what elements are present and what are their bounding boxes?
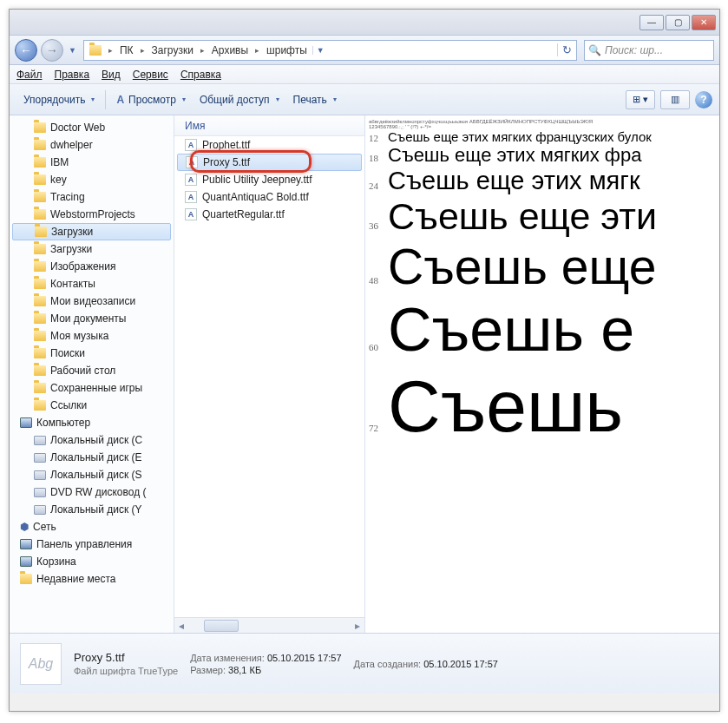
column-header-name[interactable]: Имя [174, 115, 364, 136]
tree-item-label: Сеть [33, 521, 56, 533]
tree-item[interactable]: Локальный диск (Y [10, 501, 174, 518]
close-button[interactable]: ✕ [692, 15, 716, 30]
tree-item-label: Локальный диск (Y [50, 503, 142, 516]
breadcrumb-seg[interactable]: шрифты [261, 41, 312, 60]
breadcrumb-seg[interactable]: Архивы [207, 41, 253, 60]
scroll-thumb[interactable] [204, 620, 239, 632]
horizontal-scrollbar[interactable]: ◂ ▸ [174, 617, 364, 633]
chevron-down-icon: ▾ [333, 95, 337, 103]
tree-item[interactable]: DVD RW дисковод ( [10, 483, 174, 501]
file-name: Public Utility Jeepney.ttf [202, 174, 312, 186]
tree-item[interactable]: Рабочий стол [10, 362, 174, 379]
organize-button[interactable]: Упорядочить▾ [16, 90, 102, 109]
tree-item-label: Недавние места [36, 573, 115, 585]
tree-item[interactable]: Поиски [10, 345, 174, 362]
file-row[interactable]: AQuartetRegular.ttf [174, 206, 364, 223]
refresh-button[interactable]: ↻ [557, 43, 576, 56]
tree-item[interactable]: Сохраненные игры [10, 379, 174, 397]
file-row[interactable]: AProxy 5.ttf [177, 154, 362, 171]
folder-icon [34, 157, 46, 168]
view-mode-button[interactable]: ⊞ ▾ [626, 90, 655, 109]
tree-item-label: Корзина [36, 555, 76, 568]
tree-item[interactable]: WebstormProjects [10, 206, 174, 223]
font-file-icon: A [186, 156, 198, 168]
tree-item[interactable]: Локальный диск (S [10, 466, 174, 483]
share-button[interactable]: Общий доступ▾ [193, 90, 286, 109]
font-file-icon: A [185, 174, 197, 186]
menu-help[interactable]: Справка [180, 69, 221, 81]
scroll-left-icon[interactable]: ◂ [174, 620, 188, 632]
breadcrumb-seg[interactable]: ПК [115, 41, 139, 60]
print-button[interactable]: Печать▾ [286, 90, 344, 109]
font-file-icon: A [185, 139, 197, 151]
computer-icon [20, 556, 32, 567]
toolbar-separator [105, 90, 106, 109]
minimize-button[interactable]: — [639, 15, 664, 30]
tree-item[interactable]: Моя музыка [10, 327, 174, 345]
file-list[interactable]: Имя AProphet.ttfAProxy 5.ttfAPublic Util… [174, 115, 365, 633]
tree-item[interactable]: IBM [10, 154, 174, 171]
tree-item[interactable]: Панель управления [10, 536, 174, 553]
breadcrumb-sep: ▸ [199, 46, 207, 55]
address-bar[interactable]: ▸ ПК ▸ Загрузки ▸ Архивы ▸ шрифты ▼ ↻ [83, 40, 577, 61]
breadcrumb-seg[interactable]: Загрузки [147, 41, 199, 60]
preview-size-label: 72 [369, 423, 388, 433]
folder-icon [34, 313, 46, 324]
file-row[interactable]: AProphet.ttf [174, 136, 364, 154]
tree-item[interactable]: Локальный диск (C [10, 431, 174, 449]
tree-item[interactable]: Doctor Web [10, 119, 174, 136]
preview-line: 60Съешь е [369, 295, 719, 365]
menubar: Файл Правка Вид Сервис Справка [10, 65, 719, 84]
tree-item[interactable]: Мои видеозаписи [10, 292, 174, 310]
preview-size-label: 36 [369, 220, 388, 231]
address-dropdown-icon[interactable]: ▼ [312, 46, 328, 55]
preview-icon: A [116, 94, 124, 106]
tree-item[interactable]: key [10, 171, 174, 188]
tree-item[interactable]: Локальный диск (E [10, 449, 174, 466]
menu-view[interactable]: Вид [102, 69, 121, 81]
tree-item[interactable]: Мои документы [10, 310, 174, 327]
tree-item[interactable]: Корзина [10, 553, 174, 570]
menu-edit[interactable]: Правка [55, 69, 90, 81]
file-name: QuartetRegular.ttf [202, 208, 285, 220]
folder-tree[interactable]: Doctor WebdwhelperIBMkeyTracingWebstormP… [10, 115, 174, 633]
menu-tools[interactable]: Сервис [133, 69, 168, 81]
tree-item[interactable]: Недавние места [10, 570, 174, 588]
tree-item[interactable]: Компьютер [10, 414, 174, 431]
preview-line: 72Съешь [369, 365, 719, 449]
tree-item-label: WebstormProjects [50, 208, 135, 220]
tree-item-label: DVD RW дисковод ( [50, 486, 147, 498]
tree-item[interactable]: dwhelper [10, 136, 174, 154]
history-dropdown-icon[interactable]: ▼ [69, 46, 76, 55]
help-button[interactable]: ? [695, 91, 712, 108]
tree-item-label: Рабочий стол [50, 365, 115, 377]
drive-icon [34, 505, 46, 515]
file-row[interactable]: APublic Utility Jeepney.ttf [174, 171, 364, 188]
forward-button[interactable]: → [41, 39, 63, 62]
menu-file[interactable]: Файл [16, 69, 43, 81]
preview-pane-button[interactable]: ▥ [660, 90, 690, 109]
maximize-button[interactable]: ▢ [666, 15, 690, 30]
tree-item[interactable]: ⬢Сеть [10, 518, 174, 536]
search-input[interactable]: 🔍 Поиск: шр... [584, 40, 714, 61]
search-icon: 🔍 [588, 44, 601, 56]
file-name: Prophet.ttf [202, 139, 250, 151]
tree-item[interactable]: Ссылки [10, 397, 174, 414]
tree-item[interactable]: Загрузки [10, 240, 174, 258]
folder-icon [35, 227, 47, 237]
drive-icon [34, 453, 46, 463]
preview-sample-text: Съешь еще этих мягких фра [388, 144, 641, 167]
scroll-right-icon[interactable]: ▸ [351, 620, 364, 632]
back-button[interactable]: ← [15, 39, 37, 62]
preview-size-label: 12 [369, 133, 388, 143]
folder-icon [34, 400, 46, 411]
file-row[interactable]: AQuantAntiquaC Bold.ttf [174, 188, 364, 206]
preview-line: 48Съешь еще [369, 238, 719, 295]
tree-item[interactable]: Tracing [10, 188, 174, 206]
folder-icon [34, 192, 46, 202]
tree-item[interactable]: Контакты [10, 275, 174, 292]
tree-item[interactable]: Изображения [10, 258, 174, 275]
preview-button[interactable]: A Просмотр▾ [109, 90, 192, 109]
tree-item[interactable]: Загрузки [12, 223, 171, 240]
preview-size-label: 18 [369, 153, 388, 163]
